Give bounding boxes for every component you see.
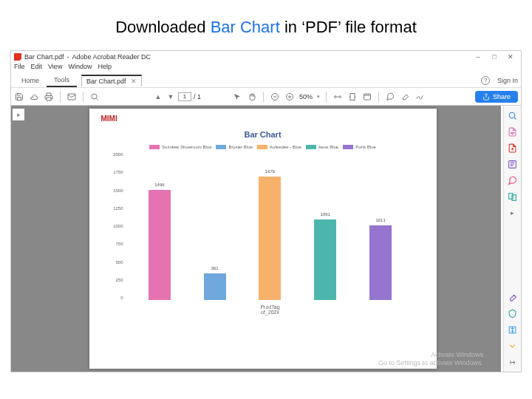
slide-title: Downloaded Bar Chart in ‘PDF’ file forma…	[0, 0, 532, 50]
menu-file[interactable]: File	[14, 63, 25, 73]
fill-sign-icon[interactable]	[508, 292, 518, 302]
chart-yticks: 200017501500125010007505002500	[106, 152, 123, 300]
edit-pdf-icon[interactable]	[508, 159, 518, 169]
acrobat-window: Bar Chart.pdf - Adobe Acrobat Reader DC …	[10, 50, 522, 372]
read-mode-icon[interactable]	[362, 92, 372, 102]
fit-page-icon[interactable]	[347, 92, 358, 102]
zoom-dropdown-icon[interactable]: ▾	[317, 94, 320, 100]
svg-rect-0	[47, 98, 51, 100]
fit-width-icon[interactable]	[332, 92, 343, 102]
toolbar: ▲ ▼ 1 / 1 50% ▾ Share	[11, 88, 521, 106]
titlebar-filename: Bar Chart.pdf	[24, 53, 64, 61]
more-tools-icon[interactable]	[508, 341, 518, 351]
pointer-icon[interactable]	[232, 92, 242, 102]
cloud-icon[interactable]	[29, 92, 39, 102]
comment-icon[interactable]	[385, 92, 395, 102]
chart-xlabel-sub: of_202x	[126, 310, 415, 315]
email-icon[interactable]	[66, 92, 77, 102]
bar: 361	[204, 273, 226, 300]
slide-title-highlight: Bar Chart	[211, 18, 280, 36]
zoom-in-icon[interactable]	[284, 92, 295, 102]
close-button[interactable]: ✕	[506, 52, 515, 61]
print-icon[interactable]	[44, 92, 54, 102]
chart-xaxis: ProdTag of_202x	[126, 301, 415, 315]
document-area[interactable]: MIMI Bar Chart Suzukee Showroom BlueBrys…	[24, 106, 501, 372]
page-total: / 1	[194, 93, 201, 100]
share-button[interactable]: Share	[475, 91, 518, 103]
chart: 200017501500125010007505002500 149636116…	[126, 152, 415, 315]
legend-item: Suzukee Showroom Blue	[149, 145, 211, 149]
chart-plot: 1496361167610911011	[126, 152, 415, 300]
chart-xlabel: ProdTag	[126, 304, 415, 310]
legend-item: Aeve Blue	[306, 145, 338, 149]
svg-point-7	[509, 112, 515, 118]
menu-window[interactable]: Window	[68, 63, 92, 73]
sign-in-link[interactable]: Sign In	[497, 77, 518, 84]
minimize-button[interactable]: –	[474, 52, 482, 61]
menu-edit[interactable]: Edit	[31, 63, 43, 73]
tab-tools[interactable]: Tools	[47, 74, 77, 87]
titlebar-appname: Adobe Acrobat Reader DC	[72, 53, 151, 61]
search-icon[interactable]	[89, 92, 100, 102]
titlebar: Bar Chart.pdf - Adobe Acrobat Reader DC …	[11, 51, 521, 63]
bar: 1676	[259, 177, 281, 300]
hand-icon[interactable]	[247, 92, 257, 102]
sidebar-toggle-icon[interactable]: ▸	[13, 109, 24, 120]
bar: 1091	[314, 219, 336, 300]
bar: 1496	[149, 190, 171, 300]
chart-legend: Suzukee Showroom BlueBrysler BlueAufeede…	[101, 145, 425, 149]
tab-home[interactable]: Home	[14, 75, 47, 86]
tab-row: Home Tools Bar Chart.pdf ✕ ? Sign In	[11, 73, 521, 88]
menubar: File Edit View Window Help	[11, 63, 521, 73]
zoom-level[interactable]: 50%	[299, 93, 313, 100]
app-icon	[14, 53, 21, 61]
pdf-page: MIMI Bar Chart Suzukee Showroom BlueBrys…	[89, 109, 437, 369]
viewport: ▸ MIMI Bar Chart Suzukee Showroom BlueBr…	[11, 106, 521, 372]
save-icon[interactable]	[14, 92, 24, 102]
comment-tool-icon[interactable]	[508, 175, 518, 185]
zoom-out-icon[interactable]	[270, 92, 280, 102]
pager: ▲ ▼ 1 / 1	[153, 92, 201, 102]
highlight-icon[interactable]	[400, 92, 410, 102]
bar: 1011	[369, 225, 392, 300]
share-label: Share	[493, 93, 511, 100]
legend-item: Aufeedee - Blue	[257, 145, 301, 149]
menu-help[interactable]: Help	[98, 63, 112, 73]
compress-icon[interactable]	[508, 324, 518, 335]
slide-title-prefix: Downloaded	[115, 18, 210, 36]
combine-files-icon[interactable]	[508, 191, 518, 202]
collapse-pane-icon[interactable]: ▸	[508, 208, 518, 218]
sign-icon[interactable]	[415, 92, 425, 102]
maximize-button[interactable]: □	[490, 52, 499, 61]
slide-title-suffix: in ‘PDF’ file format	[280, 18, 417, 36]
page-up-icon[interactable]: ▲	[153, 92, 163, 102]
export-pdf-icon[interactable]	[508, 126, 518, 137]
protect-icon[interactable]	[508, 308, 518, 318]
svg-rect-5	[350, 93, 355, 100]
legend-item: Ports Blue	[343, 145, 376, 149]
tab-file[interactable]: Bar Chart.pdf ✕	[81, 75, 142, 86]
chart-title: Bar Chart	[101, 130, 425, 139]
search-tool-icon[interactable]	[508, 110, 518, 120]
right-tool-pane: ▸ ↦	[503, 106, 521, 372]
svg-rect-6	[364, 94, 371, 100]
page-down-icon[interactable]: ▼	[166, 92, 176, 102]
page-input[interactable]: 1	[178, 92, 191, 101]
create-pdf-icon[interactable]	[508, 143, 518, 153]
legend-item: Brysler Blue	[216, 145, 252, 149]
logo: MIMI	[101, 115, 425, 123]
tab-close-icon[interactable]: ✕	[131, 78, 137, 85]
help-icon[interactable]: ?	[481, 76, 490, 85]
expand-pane-icon[interactable]: ↦	[508, 357, 518, 367]
svg-point-2	[92, 94, 97, 99]
menu-view[interactable]: View	[48, 63, 62, 73]
tab-file-label: Bar Chart.pdf	[86, 78, 126, 85]
